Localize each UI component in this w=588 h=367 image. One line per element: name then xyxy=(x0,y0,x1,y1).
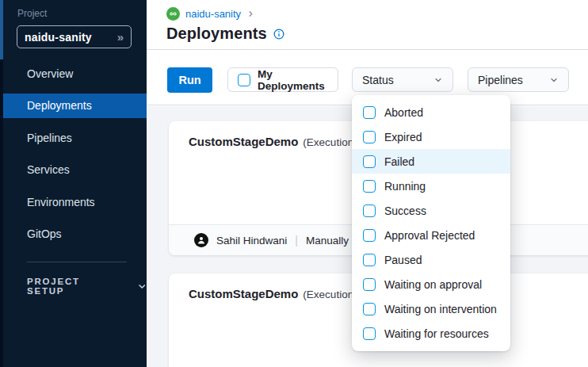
checkbox[interactable] xyxy=(363,106,376,119)
my-deployments-filter[interactable]: My Deployments xyxy=(227,67,338,92)
breadcrumb: naidu-sanity xyxy=(166,7,255,21)
info-icon[interactable] xyxy=(273,29,284,40)
title-row: Deployments xyxy=(166,25,284,43)
status-option-approval-rejected[interactable]: Approval Rejected xyxy=(352,223,510,247)
sidebar-divider xyxy=(27,262,127,262)
chevron-down-icon xyxy=(433,75,443,85)
execution-title: CustomStageDemo (Execution Id xyxy=(189,287,365,300)
checkbox[interactable] xyxy=(363,278,376,291)
status-option-waiting-on-intervention[interactable]: Waiting on intervention xyxy=(352,297,510,322)
status-option-expired[interactable]: Expired xyxy=(352,124,510,149)
chevron-down-icon xyxy=(137,281,147,292)
pipelines-dropdown-label: Pipelines xyxy=(478,74,523,86)
module-rail xyxy=(0,0,3,367)
breadcrumb-project-link[interactable]: naidu-sanity xyxy=(185,8,241,20)
my-deployments-checkbox[interactable] xyxy=(238,74,250,86)
status-option-success[interactable]: Success xyxy=(352,198,510,223)
sidebar-item-services[interactable]: Services xyxy=(0,158,147,182)
checkbox[interactable] xyxy=(363,254,376,266)
run-button[interactable]: Run xyxy=(167,67,212,93)
module-rail-highlight xyxy=(0,0,3,59)
cd-module-icon xyxy=(166,7,180,21)
execution-title: CustomStageDemo (Execution Id xyxy=(189,135,365,148)
user-avatar-icon xyxy=(194,233,208,247)
pipelines-dropdown[interactable]: Pipelines xyxy=(468,67,569,92)
project-expand-icon[interactable]: » xyxy=(117,30,124,44)
checkbox[interactable] xyxy=(363,205,376,217)
sidebar-item-environments[interactable]: Environments xyxy=(0,189,147,214)
status-option-failed[interactable]: Failed xyxy=(352,149,510,174)
checkbox[interactable] xyxy=(363,327,376,340)
project-setup-label: PROJECT SETUP xyxy=(27,277,118,296)
page-header: naidu-sanity Deployments xyxy=(147,0,588,50)
page-title: Deployments xyxy=(166,25,267,43)
checkbox[interactable] xyxy=(363,229,376,242)
app-window: Project naidu-sanity » Overview Deployme… xyxy=(0,0,588,367)
checkbox[interactable] xyxy=(363,155,376,168)
checkbox[interactable] xyxy=(363,180,376,193)
sidebar-item-pipelines[interactable]: Pipelines xyxy=(0,125,147,150)
pipeline-name[interactable]: CustomStageDemo xyxy=(189,135,298,148)
status-option-aborted[interactable]: Aborted xyxy=(352,100,510,124)
status-option-waiting-for-resources[interactable]: Waiting for resources xyxy=(352,322,510,346)
status-option-waiting-on-approval[interactable]: Waiting on approval xyxy=(352,273,510,297)
footer-divider: | xyxy=(295,234,298,247)
trigger-type: Manually xyxy=(306,235,349,247)
status-filter-menu: Aborted Expired Failed Running Success A… xyxy=(352,95,510,351)
my-deployments-label: My Deployments xyxy=(258,68,338,92)
status-option-paused[interactable]: Paused xyxy=(352,248,510,273)
sidebar-nav: Overview Deployments Pipelines Services … xyxy=(0,61,147,254)
chevron-down-icon xyxy=(549,75,559,85)
pipeline-name[interactable]: CustomStageDemo xyxy=(189,287,298,300)
status-option-running[interactable]: Running xyxy=(352,174,510,198)
project-label: Project xyxy=(17,8,47,19)
chevron-right-icon xyxy=(246,10,255,18)
main-panel: naidu-sanity Deployments Run My Deployme… xyxy=(147,0,588,367)
project-selector[interactable]: naidu-sanity » xyxy=(17,25,132,48)
triggered-by-user: Sahil Hindwani xyxy=(216,235,287,247)
project-name: naidu-sanity xyxy=(25,31,92,44)
project-sidebar: Project naidu-sanity » Overview Deployme… xyxy=(0,0,147,367)
sidebar-item-overview[interactable]: Overview xyxy=(0,61,147,86)
status-dropdown-label: Status xyxy=(362,74,394,86)
checkbox[interactable] xyxy=(363,303,376,315)
project-setup-toggle[interactable]: PROJECT SETUP xyxy=(27,277,147,296)
status-dropdown[interactable]: Status xyxy=(352,67,453,92)
sidebar-item-deployments[interactable]: Deployments xyxy=(0,94,147,118)
checkbox[interactable] xyxy=(363,131,376,143)
sidebar-item-gitops[interactable]: GitOps xyxy=(0,222,147,247)
